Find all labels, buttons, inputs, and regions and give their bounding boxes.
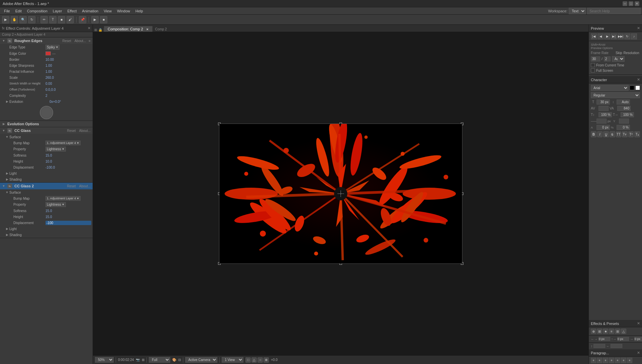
effects-btn-2[interactable]: ⊞ xyxy=(597,329,602,334)
effects-px-input-2[interactable] xyxy=(617,337,629,341)
preview-play-button[interactable]: ▶ xyxy=(604,33,610,39)
preview-skip-input[interactable] xyxy=(604,56,611,61)
preview-fullscreen-checkbox[interactable] xyxy=(591,68,595,72)
effects-btn-4[interactable]: ≡ xyxy=(609,329,614,334)
char-baseline-input[interactable] xyxy=(597,125,610,130)
viewer-3d-btn3[interactable]: ○ xyxy=(257,357,263,363)
cc-glass-2-header[interactable]: ▼ fx CC Glass 2 Reset About... xyxy=(0,183,93,189)
select-tool[interactable]: ▶ xyxy=(2,16,9,23)
menu-file[interactable]: File xyxy=(1,8,13,14)
preview-from-current-checkbox[interactable] xyxy=(591,63,595,67)
cc-glass-light-expand-icon[interactable]: ▶ xyxy=(5,172,9,175)
cc-glass-2-light-expand-icon[interactable]: ▶ xyxy=(5,227,9,230)
cc-glass-2-displacement-value[interactable]: -100 xyxy=(45,221,91,225)
shape-tool[interactable]: ■ xyxy=(58,16,65,23)
cc-glass-shading-expand-icon[interactable]: ▶ xyxy=(5,178,9,181)
align-center-button[interactable]: ≡ xyxy=(597,358,602,363)
effects-px-input-5[interactable] xyxy=(611,344,622,348)
cc-glass-2-reset-button[interactable]: Reset xyxy=(67,184,76,188)
preview-framerate-input[interactable] xyxy=(591,56,600,61)
char-tsuki-input[interactable] xyxy=(617,125,630,130)
menu-view[interactable]: View xyxy=(101,8,114,14)
effects-btn-6[interactable]: △ xyxy=(621,329,626,334)
viewer-views-dropdown[interactable]: 1 View 2 Views xyxy=(222,357,243,363)
cc-glass-bumpmap-dropdown[interactable]: 1. Adjustment Layer 4 ▼ xyxy=(45,141,81,145)
fractal-influence-value[interactable]: 1.00 xyxy=(45,70,91,73)
effects-btn-3[interactable]: ★ xyxy=(603,329,608,334)
viewer-grid-icon[interactable]: ⊞ xyxy=(142,358,144,362)
viewer-color-icon[interactable]: 🎨 xyxy=(172,358,176,362)
viewer-3d-btn4[interactable]: ⊕ xyxy=(263,357,269,363)
viewer-quality-dropdown[interactable]: Full Half Quarter xyxy=(149,357,170,363)
align-right-button[interactable]: ≡ xyxy=(603,358,608,363)
minimize-button[interactable]: ─ xyxy=(623,1,627,6)
cc-glass-displacement-value[interactable]: -100.0 xyxy=(45,166,91,169)
comp-home-icon[interactable]: ⊞ xyxy=(94,28,97,32)
char-style-dropdown[interactable]: Regular Bold Italic xyxy=(591,92,640,98)
char-strikethrough-button[interactable]: S̶ xyxy=(610,131,615,137)
workspace-dropdown[interactable]: Text xyxy=(569,8,586,14)
evolution-expand-icon[interactable]: ▶ xyxy=(5,100,9,103)
char-italic-button[interactable]: I xyxy=(597,131,603,137)
cc-glass-2-surface-expand-icon[interactable]: ▼ xyxy=(5,191,9,194)
menu-effect[interactable]: Effect xyxy=(65,8,79,14)
roughen-edges-expand-icon[interactable]: ▼ xyxy=(2,39,5,42)
char-leading-input[interactable] xyxy=(617,100,630,105)
viewer-snap-icon[interactable]: 📷 xyxy=(136,358,140,362)
char-size-input[interactable] xyxy=(597,100,610,105)
viewer-3d-btn2[interactable]: △ xyxy=(251,357,257,363)
menu-composition[interactable]: Composition xyxy=(24,8,50,14)
align-left-button[interactable]: ≡ xyxy=(591,358,596,363)
menu-animation[interactable]: Animation xyxy=(79,8,101,14)
viewer-zoom-dropdown[interactable]: 50% 100% 25% xyxy=(95,357,114,363)
cc-glass-expand-icon[interactable]: ▼ xyxy=(2,129,5,132)
comp-tab-close-icon[interactable]: ✕ xyxy=(146,28,149,31)
edge-color-swatch[interactable] xyxy=(45,51,51,55)
viewer-grid2-icon[interactable]: ⊟ xyxy=(178,358,181,362)
char-underline-button[interactable]: U̲ xyxy=(603,131,609,137)
align-extra-button[interactable]: ≡ xyxy=(627,358,632,363)
char-font-dropdown[interactable]: Arial xyxy=(591,85,629,91)
menu-edit[interactable]: Edit xyxy=(13,8,24,14)
play-btn[interactable]: ▶ xyxy=(91,16,99,23)
text-tool[interactable]: T xyxy=(49,16,57,23)
align-justify-all-button[interactable]: ≡ xyxy=(615,358,620,363)
cc-glass-2-height-value[interactable]: 15.0 xyxy=(45,215,91,219)
preview-prev-frame-button[interactable]: ◀ xyxy=(598,33,604,39)
maximize-button[interactable]: □ xyxy=(629,1,633,6)
menu-layer[interactable]: Layer xyxy=(50,8,65,14)
roughen-edges-header[interactable]: ▼ fx Roughen Edges Reset About... ≡ xyxy=(0,37,93,44)
effects-px-input-4[interactable] xyxy=(594,344,605,348)
brush-tool[interactable]: 🖌 xyxy=(67,16,74,23)
char-metric-2-input[interactable] xyxy=(619,119,629,124)
edge-type-dropdown[interactable]: Spiky ▼ xyxy=(45,45,60,50)
cc-glass-surface-expand-icon[interactable]: ▼ xyxy=(5,135,9,139)
preview-audio-button[interactable]: ♪ xyxy=(631,33,637,39)
border-value[interactable]: 10.00 xyxy=(45,58,91,61)
paragraph-close-icon[interactable]: ✕ xyxy=(637,351,640,355)
viewer-camera-dropdown[interactable]: Active Camera xyxy=(185,357,217,363)
roughen-edges-about-button[interactable]: About... xyxy=(75,39,86,43)
char-stroke-swatch[interactable] xyxy=(635,85,640,90)
char-smallcaps-button[interactable]: Tᴛ xyxy=(622,131,628,137)
complexity-value[interactable]: 2 xyxy=(45,94,91,98)
preview-loop-button[interactable]: ↻ xyxy=(624,33,630,39)
scale-value[interactable]: 260.0 xyxy=(45,76,91,79)
cc-glass-2-about-button[interactable]: About... xyxy=(79,184,91,188)
offset-value[interactable]: 0.0,0.0 xyxy=(45,88,91,92)
char-tracking-input[interactable] xyxy=(617,106,631,111)
effects-btn-1[interactable]: ⊕ xyxy=(591,329,596,334)
preview-resolution-dropdown[interactable]: Auto Full Half xyxy=(612,56,625,62)
roughen-edges-options-icon[interactable]: ≡ xyxy=(89,39,91,43)
stop-btn[interactable]: ■ xyxy=(100,16,107,23)
char-hscale-input[interactable] xyxy=(621,112,634,117)
align-justify-button[interactable]: ≡ xyxy=(609,358,614,363)
preview-next-frame-button[interactable]: ▶| xyxy=(611,33,617,39)
preview-skip-start-button[interactable]: |◀ xyxy=(591,33,597,39)
stretch-value[interactable]: 0.00 xyxy=(45,82,91,85)
effect-controls-close-icon[interactable]: ✕ xyxy=(88,26,91,30)
char-sub-button[interactable]: T₂ xyxy=(634,131,640,137)
edge-color-picker-icon[interactable]: — xyxy=(52,52,56,55)
char-vscale-input[interactable] xyxy=(599,112,612,117)
evolution-options-header[interactable]: ▶ Evolution Options xyxy=(0,121,93,127)
